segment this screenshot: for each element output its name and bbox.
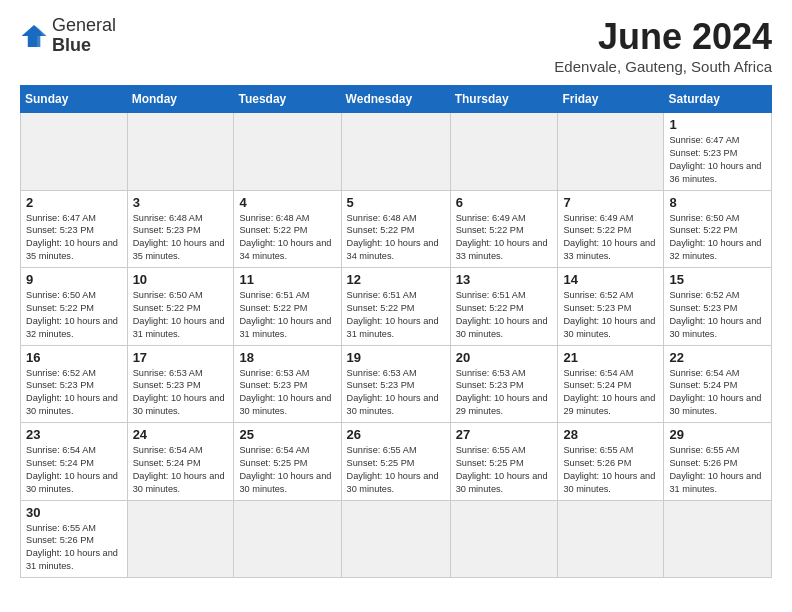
location-title: Edenvale, Gauteng, South Africa	[554, 58, 772, 75]
calendar-cell: 22 Sunrise: 6:54 AMSunset: 5:24 PMDaylig…	[664, 345, 772, 423]
day-number: 20	[456, 350, 553, 365]
day-number: 28	[563, 427, 658, 442]
calendar-cell: 5 Sunrise: 6:48 AMSunset: 5:22 PMDayligh…	[341, 190, 450, 268]
calendar-cell	[234, 500, 341, 578]
day-number: 26	[347, 427, 445, 442]
day-number: 6	[456, 195, 553, 210]
calendar-cell: 9 Sunrise: 6:50 AMSunset: 5:22 PMDayligh…	[21, 268, 128, 346]
day-info: Sunrise: 6:55 AMSunset: 5:26 PMDaylight:…	[563, 444, 658, 496]
calendar-table: SundayMondayTuesdayWednesdayThursdayFrid…	[20, 85, 772, 578]
day-info: Sunrise: 6:55 AMSunset: 5:25 PMDaylight:…	[456, 444, 553, 496]
day-info: Sunrise: 6:54 AMSunset: 5:25 PMDaylight:…	[239, 444, 335, 496]
day-info: Sunrise: 6:48 AMSunset: 5:23 PMDaylight:…	[133, 212, 229, 264]
calendar-cell	[127, 113, 234, 191]
calendar-cell: 16 Sunrise: 6:52 AMSunset: 5:23 PMDaylig…	[21, 345, 128, 423]
day-number: 2	[26, 195, 122, 210]
weekday-header-saturday: Saturday	[664, 86, 772, 113]
day-number: 24	[133, 427, 229, 442]
day-number: 18	[239, 350, 335, 365]
calendar-cell: 24 Sunrise: 6:54 AMSunset: 5:24 PMDaylig…	[127, 423, 234, 501]
calendar-cell	[664, 500, 772, 578]
logo-icon	[20, 22, 48, 50]
calendar-cell: 27 Sunrise: 6:55 AMSunset: 5:25 PMDaylig…	[450, 423, 558, 501]
calendar-cell: 29 Sunrise: 6:55 AMSunset: 5:26 PMDaylig…	[664, 423, 772, 501]
day-number: 10	[133, 272, 229, 287]
calendar-cell: 12 Sunrise: 6:51 AMSunset: 5:22 PMDaylig…	[341, 268, 450, 346]
day-number: 7	[563, 195, 658, 210]
day-info: Sunrise: 6:53 AMSunset: 5:23 PMDaylight:…	[456, 367, 553, 419]
day-info: Sunrise: 6:53 AMSunset: 5:23 PMDaylight:…	[239, 367, 335, 419]
day-info: Sunrise: 6:54 AMSunset: 5:24 PMDaylight:…	[26, 444, 122, 496]
day-number: 8	[669, 195, 766, 210]
calendar-cell	[341, 113, 450, 191]
header: GeneralBlue June 2024 Edenvale, Gauteng,…	[20, 16, 772, 75]
day-number: 23	[26, 427, 122, 442]
day-info: Sunrise: 6:48 AMSunset: 5:22 PMDaylight:…	[239, 212, 335, 264]
day-info: Sunrise: 6:50 AMSunset: 5:22 PMDaylight:…	[133, 289, 229, 341]
day-number: 5	[347, 195, 445, 210]
calendar-cell: 30 Sunrise: 6:55 AMSunset: 5:26 PMDaylig…	[21, 500, 128, 578]
day-number: 21	[563, 350, 658, 365]
calendar-cell	[21, 113, 128, 191]
calendar-cell: 3 Sunrise: 6:48 AMSunset: 5:23 PMDayligh…	[127, 190, 234, 268]
calendar-cell: 17 Sunrise: 6:53 AMSunset: 5:23 PMDaylig…	[127, 345, 234, 423]
calendar-cell	[127, 500, 234, 578]
day-number: 13	[456, 272, 553, 287]
calendar-week-2: 9 Sunrise: 6:50 AMSunset: 5:22 PMDayligh…	[21, 268, 772, 346]
weekday-header-monday: Monday	[127, 86, 234, 113]
day-info: Sunrise: 6:50 AMSunset: 5:22 PMDaylight:…	[26, 289, 122, 341]
day-number: 15	[669, 272, 766, 287]
weekday-header-friday: Friday	[558, 86, 664, 113]
weekday-header-sunday: Sunday	[21, 86, 128, 113]
calendar-cell: 8 Sunrise: 6:50 AMSunset: 5:22 PMDayligh…	[664, 190, 772, 268]
title-area: June 2024 Edenvale, Gauteng, South Afric…	[554, 16, 772, 75]
calendar-week-4: 23 Sunrise: 6:54 AMSunset: 5:24 PMDaylig…	[21, 423, 772, 501]
day-number: 14	[563, 272, 658, 287]
weekday-header-row: SundayMondayTuesdayWednesdayThursdayFrid…	[21, 86, 772, 113]
calendar-week-0: 1 Sunrise: 6:47 AMSunset: 5:23 PMDayligh…	[21, 113, 772, 191]
calendar-cell: 11 Sunrise: 6:51 AMSunset: 5:22 PMDaylig…	[234, 268, 341, 346]
day-number: 11	[239, 272, 335, 287]
day-info: Sunrise: 6:53 AMSunset: 5:23 PMDaylight:…	[347, 367, 445, 419]
day-number: 25	[239, 427, 335, 442]
calendar-cell: 26 Sunrise: 6:55 AMSunset: 5:25 PMDaylig…	[341, 423, 450, 501]
day-info: Sunrise: 6:52 AMSunset: 5:23 PMDaylight:…	[26, 367, 122, 419]
day-info: Sunrise: 6:55 AMSunset: 5:26 PMDaylight:…	[669, 444, 766, 496]
calendar-cell: 13 Sunrise: 6:51 AMSunset: 5:22 PMDaylig…	[450, 268, 558, 346]
calendar-week-1: 2 Sunrise: 6:47 AMSunset: 5:23 PMDayligh…	[21, 190, 772, 268]
calendar-cell	[234, 113, 341, 191]
day-info: Sunrise: 6:47 AMSunset: 5:23 PMDaylight:…	[26, 212, 122, 264]
weekday-header-wednesday: Wednesday	[341, 86, 450, 113]
day-info: Sunrise: 6:53 AMSunset: 5:23 PMDaylight:…	[133, 367, 229, 419]
weekday-header-thursday: Thursday	[450, 86, 558, 113]
calendar-cell	[558, 500, 664, 578]
day-number: 4	[239, 195, 335, 210]
calendar-cell: 1 Sunrise: 6:47 AMSunset: 5:23 PMDayligh…	[664, 113, 772, 191]
day-number: 19	[347, 350, 445, 365]
calendar-cell: 2 Sunrise: 6:47 AMSunset: 5:23 PMDayligh…	[21, 190, 128, 268]
day-number: 16	[26, 350, 122, 365]
day-number: 29	[669, 427, 766, 442]
calendar-cell: 10 Sunrise: 6:50 AMSunset: 5:22 PMDaylig…	[127, 268, 234, 346]
month-title: June 2024	[554, 16, 772, 58]
day-info: Sunrise: 6:54 AMSunset: 5:24 PMDaylight:…	[669, 367, 766, 419]
day-info: Sunrise: 6:51 AMSunset: 5:22 PMDaylight:…	[456, 289, 553, 341]
day-info: Sunrise: 6:51 AMSunset: 5:22 PMDaylight:…	[347, 289, 445, 341]
calendar-cell: 14 Sunrise: 6:52 AMSunset: 5:23 PMDaylig…	[558, 268, 664, 346]
day-info: Sunrise: 6:52 AMSunset: 5:23 PMDaylight:…	[563, 289, 658, 341]
calendar-week-5: 30 Sunrise: 6:55 AMSunset: 5:26 PMDaylig…	[21, 500, 772, 578]
day-info: Sunrise: 6:55 AMSunset: 5:26 PMDaylight:…	[26, 522, 122, 574]
day-info: Sunrise: 6:47 AMSunset: 5:23 PMDaylight:…	[669, 134, 766, 186]
calendar-cell: 7 Sunrise: 6:49 AMSunset: 5:22 PMDayligh…	[558, 190, 664, 268]
calendar-cell: 25 Sunrise: 6:54 AMSunset: 5:25 PMDaylig…	[234, 423, 341, 501]
calendar-week-3: 16 Sunrise: 6:52 AMSunset: 5:23 PMDaylig…	[21, 345, 772, 423]
calendar-cell: 19 Sunrise: 6:53 AMSunset: 5:23 PMDaylig…	[341, 345, 450, 423]
calendar-cell: 20 Sunrise: 6:53 AMSunset: 5:23 PMDaylig…	[450, 345, 558, 423]
day-number: 17	[133, 350, 229, 365]
calendar-cell: 15 Sunrise: 6:52 AMSunset: 5:23 PMDaylig…	[664, 268, 772, 346]
calendar-cell: 21 Sunrise: 6:54 AMSunset: 5:24 PMDaylig…	[558, 345, 664, 423]
calendar-cell	[450, 113, 558, 191]
day-number: 9	[26, 272, 122, 287]
logo: GeneralBlue	[20, 16, 116, 56]
weekday-header-tuesday: Tuesday	[234, 86, 341, 113]
